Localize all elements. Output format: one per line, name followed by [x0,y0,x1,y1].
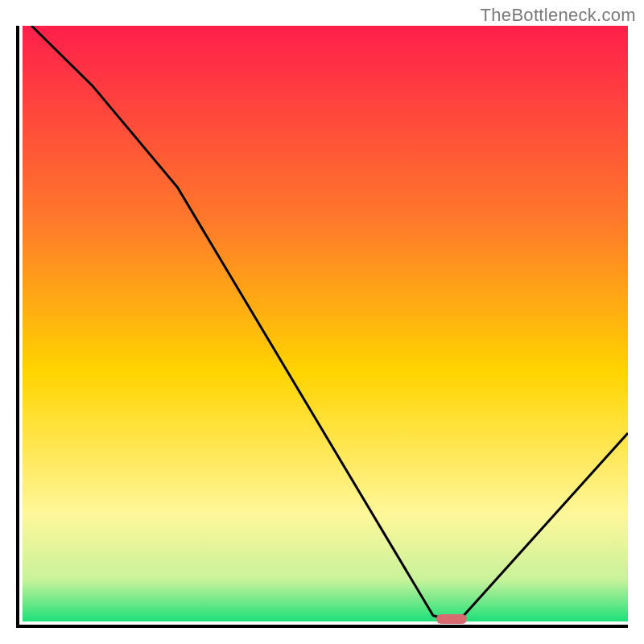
watermark-text: TheBottleneck.com [481,5,636,26]
bottleneck-curve [19,26,628,625]
plot-area [16,26,628,628]
chart-container: TheBottleneck.com [0,0,644,644]
curve-path [31,26,628,619]
optimal-marker [436,614,467,624]
